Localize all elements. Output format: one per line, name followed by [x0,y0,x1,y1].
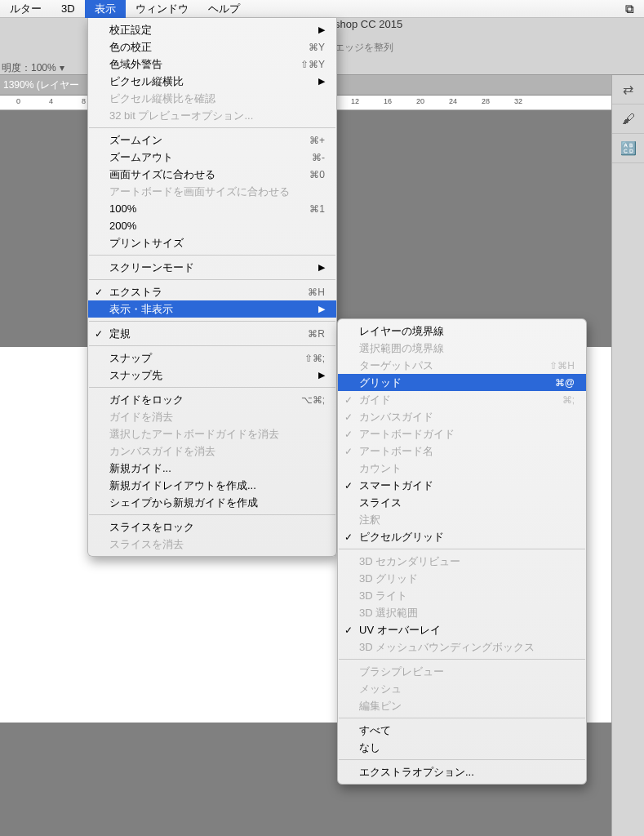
menu-3d[interactable]: 3D [51,0,85,18]
ruler-tick: 0 [16,97,20,105]
show-hide-item: 3D グリッド [338,570,586,587]
show-hide-item[interactable]: グリッド⌘@ [338,374,586,391]
view-menu-separator [89,279,335,280]
view-menu-item[interactable]: 校正設定▶ [88,21,336,38]
view-menu-item-label: 新規ガイド... [109,461,325,476]
checkmark-icon: ✓ [95,328,103,340]
view-menu-item-label: 32 bit プレビューオプション... [109,109,325,123]
view-menu-separator [89,127,335,128]
view-menu-item[interactable]: プリントサイズ [88,234,336,251]
view-menu-item[interactable]: 画面サイズに合わせる⌘0 [88,166,336,183]
view-menu-item-label: 200% [109,220,325,232]
menu-help[interactable]: ヘルプ [198,0,250,18]
view-menu-item-label: 画面サイズに合わせる [109,167,290,182]
view-menu-item[interactable]: ズームアウト⌘- [88,149,336,166]
show-hide-separator [339,659,585,660]
keyboard-shortcut: ⇧⌘; [304,353,325,364]
view-menu-item[interactable]: スライスをロック [88,518,336,536]
view-menu-item-label: 定規 [109,327,288,341]
option-align-edges[interactable]: エッジを整列 [335,41,393,55]
show-hide-item[interactable]: すべて [338,722,586,739]
view-menu-item-label: ガイドをロック [109,393,282,407]
view-menu-item: ピクセル縦横比を確認 [88,90,336,107]
view-menu-item-label: スナップ先 [109,368,299,383]
view-menu-item[interactable]: ✓エクストラ⌘H [88,283,336,300]
show-hide-item[interactable]: エクストラオプション... [338,763,586,780]
view-menu-item-label: アートボードを画面サイズに合わせる [109,185,325,199]
keyboard-shortcut: ⌘1 [309,203,325,215]
show-hide-item: ✓アートボードガイド [338,425,586,442]
view-menu-item-label: プリントサイズ [109,236,325,251]
show-hide-item[interactable]: ✓UV オーバーレイ [338,621,586,638]
show-hide-item: カウント [338,460,586,477]
keyboard-shortcut: ⌘H [308,287,325,298]
view-menu-item-label: ガイドを消去 [109,410,325,425]
view-menu-item[interactable]: 100%⌘1 [88,200,336,217]
show-hide-separator [339,759,585,760]
view-menu-item[interactable]: 新規ガイドレイアウトを作成... [88,477,336,494]
menu-filter[interactable]: ルター [0,0,51,18]
view-menu-separator [89,387,335,388]
view-menu-item[interactable]: ガイドをロック⌥⌘; [88,391,336,408]
ruler-tick: 12 [351,97,359,105]
tool-character-icon[interactable]: 🔠 [612,134,644,163]
show-hide-item-label: カンバスガイド [359,410,575,425]
view-menu-item-label: スライスを消去 [109,537,325,552]
view-menu-item[interactable]: スナップ先▶ [88,367,336,384]
menu-window[interactable]: ウィンドウ [126,0,198,18]
menu-view[interactable]: 表示 [85,0,126,18]
show-hide-item-label: 選択範囲の境界線 [359,341,575,356]
view-menu-item[interactable]: ✓定規⌘R [88,325,336,342]
view-menu-item[interactable]: 色の校正⌘Y [88,38,336,56]
show-hide-item: ✓アートボード名 [338,442,586,460]
view-menu-item: スライスを消去 [88,536,336,553]
show-hide-submenu: レイヤーの境界線選択範囲の境界線ターゲットパス⇧⌘Hグリッド⌘@✓ガイド⌘;✓カ… [337,318,587,785]
tool-adjustments-icon[interactable]: ⇄ [612,75,644,104]
ruler-tick: 24 [449,97,457,105]
submenu-arrow-icon: ▶ [318,76,325,87]
show-hide-item: ✓カンバスガイド [338,408,586,425]
ruler-tick: 28 [482,97,490,105]
view-menu-item[interactable]: シェイプから新規ガイドを作成 [88,494,336,511]
show-hide-item-label: 3D セカンダリビュー [359,554,575,569]
ruler-tick: 4 [49,97,53,105]
show-hide-item[interactable]: ✓スマートガイド [338,477,586,494]
show-hide-item-label: 3D 選択範囲 [359,606,575,620]
show-hide-item-label: 3D ライト [359,589,575,603]
view-menu-item[interactable]: 表示・非表示▶ [88,300,336,318]
view-menu-item-label: カンバスガイドを消去 [109,444,325,459]
view-menu-item-label: スナップ [109,351,285,366]
keyboard-shortcut: ⌘R [308,328,325,340]
view-menu-item[interactable]: 新規ガイド... [88,460,336,477]
show-hide-item: 3D メッシュバウンディングボックス [338,638,586,656]
view-menu-item: 選択したアートボードガイドを消去 [88,425,336,442]
ruler-tick: 8 [82,97,86,105]
show-hide-item-label: UV オーバーレイ [359,623,575,638]
show-hide-item[interactable]: なし [338,739,586,756]
view-menu-item[interactable]: スナップ⇧⌘; [88,349,336,367]
show-hide-item-label: エクストラオプション... [359,765,575,780]
view-menu-item[interactable]: ズームイン⌘+ [88,131,336,149]
view-menu-item: ガイドを消去 [88,408,336,425]
menubar: ルター 3D 表示 ウィンドウ ヘルプ ⧉ [0,0,644,18]
view-menu-item[interactable]: 色域外警告⇧⌘Y [88,56,336,73]
show-hide-item-label: ターゲットパス [359,358,530,373]
view-menu-item[interactable]: スクリーンモード▶ [88,259,336,276]
show-hide-item[interactable]: レイヤーの境界線 [338,322,586,340]
view-menu-item[interactable]: 200% [88,217,336,234]
checkmark-icon: ✓ [344,531,353,543]
show-hide-item-label: ピクセルグリッド [359,530,575,545]
view-menu-item-label: エクストラ [109,285,288,300]
opacity-label: 明度： [2,61,31,75]
view-menu-item-label: 選択したアートボードガイドを消去 [109,427,325,442]
view-menu-item[interactable]: ピクセル縦横比▶ [88,73,336,90]
keyboard-shortcut: ⌘- [312,152,325,163]
submenu-arrow-icon: ▶ [318,24,325,35]
tool-brushes-icon[interactable]: 🖌 [612,104,644,134]
show-hide-item[interactable]: ✓ピクセルグリッド [338,528,586,545]
opacity-value: 100% [31,62,56,73]
document-tab[interactable]: 1390% (レイヤー [3,78,79,92]
show-hide-item-label: スライス [359,496,575,510]
show-hide-item[interactable]: スライス [338,494,586,511]
system-tray-icon[interactable]: ⧉ [615,2,644,16]
